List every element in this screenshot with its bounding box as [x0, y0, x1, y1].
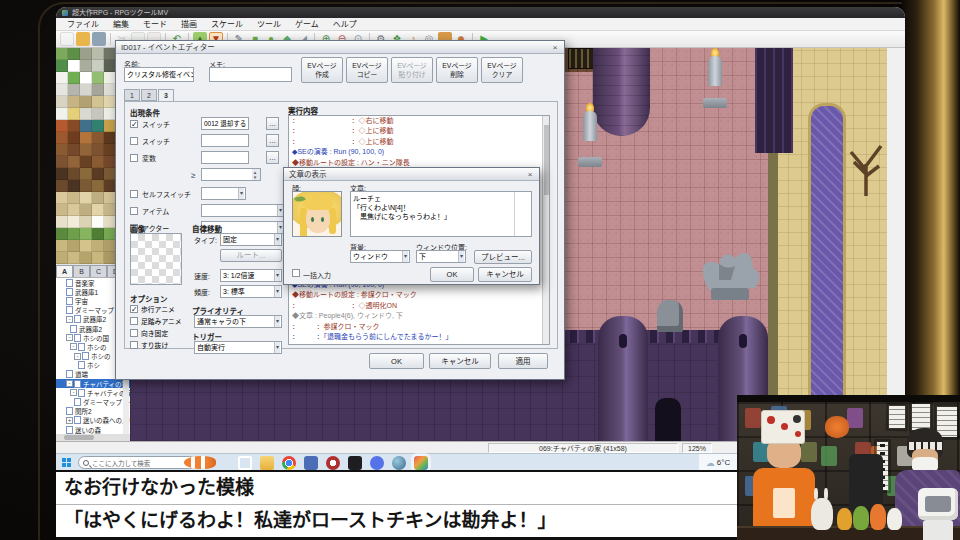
palette-tile[interactable] [92, 132, 104, 144]
menu-item[interactable]: モード [136, 18, 174, 31]
ev-page-delete-button[interactable]: EVページ削除 [436, 57, 478, 83]
tileset-tab-B[interactable]: B [73, 265, 90, 277]
palette-tile[interactable] [56, 132, 68, 144]
palette-tile[interactable] [56, 156, 68, 168]
save-icon[interactable] [92, 32, 106, 46]
tree-expander-icon[interactable]: - [74, 353, 81, 360]
palette-tile[interactable] [56, 216, 68, 228]
palette-tile[interactable] [80, 240, 92, 252]
palette-tile[interactable] [56, 48, 68, 60]
palette-tile[interactable] [80, 180, 92, 192]
option-checkbox[interactable] [130, 341, 138, 349]
palette-tile[interactable] [56, 180, 68, 192]
palette-tile[interactable] [56, 168, 68, 180]
close-icon[interactable]: × [523, 169, 537, 180]
face-image[interactable] [292, 191, 342, 237]
palette-tile[interactable] [68, 120, 80, 132]
palette-tile[interactable] [80, 120, 92, 132]
palette-tile[interactable] [68, 96, 80, 108]
palette-tile[interactable] [68, 216, 80, 228]
condition-checkbox[interactable] [130, 154, 138, 162]
palette-tile[interactable] [92, 84, 104, 96]
condition-value[interactable]: 0012 退却する [201, 117, 249, 130]
message-text-input[interactable]: ルーチェ「行くわよ\N[4]！ 黒焦げになっちゃうわよ！」 [350, 191, 532, 237]
discord-icon[interactable] [370, 456, 384, 470]
event-editor-title[interactable]: ID017 - イベントエディター × [116, 41, 564, 54]
new-file-icon[interactable] [60, 32, 74, 46]
palette-tile[interactable] [92, 228, 104, 240]
palette-tile[interactable] [80, 192, 92, 204]
palette-tile[interactable] [80, 96, 92, 108]
palette-tile[interactable] [68, 252, 80, 264]
close-icon[interactable]: × [548, 42, 562, 53]
event-image-box[interactable] [130, 233, 182, 285]
cancel-button[interactable]: キャンセル [429, 353, 491, 369]
condition-value[interactable] [201, 187, 246, 200]
event-command-line[interactable]: ： ：参謀クロ・マック [289, 322, 549, 332]
map-tree-item[interactable]: 迷いの森 [56, 425, 130, 434]
palette-tile[interactable] [92, 156, 104, 168]
palette-tile[interactable] [56, 72, 68, 84]
palette-tile[interactable] [56, 84, 68, 96]
palette-tile[interactable] [80, 228, 92, 240]
obs-icon[interactable] [326, 456, 340, 470]
trigger-select[interactable]: 自動実行 [194, 341, 282, 354]
option-checkbox[interactable] [130, 317, 138, 325]
menu-item[interactable]: 編集 [106, 18, 136, 31]
event-command-line[interactable]: ◆文章 : People4(6), ウィンドウ, 下 [289, 311, 549, 321]
taskbar-weather[interactable]: ☁ 6°C [699, 454, 737, 471]
palette-tile[interactable] [68, 204, 80, 216]
palette-tile[interactable] [80, 204, 92, 216]
palette-tile[interactable] [80, 144, 92, 156]
video-app-icon[interactable] [348, 456, 362, 470]
palette-tile[interactable] [92, 216, 104, 228]
ev-page-clear-button[interactable]: EVページクリア [481, 57, 523, 83]
open-folder-icon[interactable] [76, 32, 90, 46]
palette-tile[interactable] [56, 240, 68, 252]
variable-value-spinner[interactable] [201, 168, 261, 181]
condition-value[interactable] [201, 204, 285, 217]
window-position-select[interactable]: 下 [416, 250, 466, 263]
priority-select[interactable]: 通常キャラの下 [194, 315, 282, 328]
palette-tile[interactable] [92, 252, 104, 264]
palette-tile[interactable] [68, 180, 80, 192]
palette-tile[interactable] [92, 192, 104, 204]
menu-item[interactable]: ヘルプ [326, 18, 364, 31]
palette-tile[interactable] [56, 60, 68, 72]
event-command-line[interactable]: ◆ [289, 342, 549, 345]
option-checkbox[interactable] [130, 329, 138, 337]
event-command-line[interactable]: ◆移動ルートの設定 : 参謀クロ・マック [289, 290, 549, 300]
palette-tile[interactable] [92, 108, 104, 120]
browse-button[interactable]: … [266, 151, 279, 164]
palette-tile[interactable] [56, 144, 68, 156]
palette-tile[interactable] [68, 84, 80, 96]
menu-item[interactable]: スケール [204, 18, 250, 31]
condition-checkbox[interactable] [130, 207, 138, 215]
browse-button[interactable]: … [266, 134, 279, 147]
condition-checkbox[interactable]: ✓ [130, 120, 138, 128]
ev-page-create-button[interactable]: EVページ作成 [301, 57, 343, 83]
event-command-line[interactable]: ◆SEの演奏 : Run (90, 100, 0) [289, 147, 549, 157]
tree-expander-icon[interactable]: - [66, 316, 73, 323]
ok-button[interactable]: OK [369, 353, 424, 369]
palette-tile[interactable] [56, 192, 68, 204]
palette-tile[interactable] [68, 132, 80, 144]
event-command-line[interactable]: ： ：◇上に移動 [289, 126, 549, 136]
batch-entry-checkbox[interactable] [292, 269, 300, 277]
paint-app-icon[interactable] [392, 456, 406, 470]
palette-tile[interactable] [56, 120, 68, 132]
palette-tile[interactable] [80, 108, 92, 120]
palette-tile[interactable] [80, 168, 92, 180]
palette-tile[interactable] [80, 60, 92, 72]
palette-tile[interactable] [92, 96, 104, 108]
show-text-title[interactable]: 文章の表示 × [284, 168, 539, 181]
tree-expander-icon[interactable]: - [66, 334, 73, 341]
condition-checkbox[interactable] [130, 190, 138, 198]
preview-button[interactable]: プレビュー... [474, 250, 532, 264]
event-memo-input[interactable] [209, 67, 292, 82]
palette-tile[interactable] [80, 48, 92, 60]
background-select[interactable]: ウィンドウ [350, 250, 410, 263]
file-explorer-icon[interactable] [260, 456, 274, 470]
tree-expander-icon[interactable]: - [70, 389, 77, 396]
event-command-line[interactable]: ： ：◇透明化ON [289, 301, 549, 311]
